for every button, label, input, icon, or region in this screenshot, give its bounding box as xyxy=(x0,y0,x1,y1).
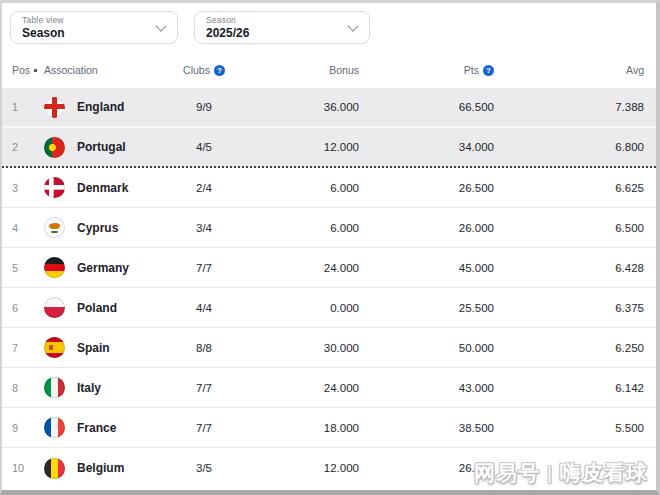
association-name: Denmark xyxy=(77,181,128,195)
header-avg-label: Avg xyxy=(626,64,644,76)
avg-cell: 6.375 xyxy=(494,302,644,314)
clubs-cell: 3/4 xyxy=(174,222,234,234)
england-flag-icon xyxy=(44,97,65,118)
table-row[interactable]: 3 Denmark 2/4 6.000 26.500 6.625 xyxy=(2,168,656,208)
clubs-cell: 4/5 xyxy=(174,141,234,153)
denmark-flag-icon xyxy=(44,177,65,198)
season-dropdown[interactable]: Season 2025/26 xyxy=(194,11,370,44)
bonus-cell: 36.000 xyxy=(234,101,359,113)
association-name: England xyxy=(77,100,124,114)
avg-cell: 6.142 xyxy=(494,382,644,394)
avg-cell: 7.388 xyxy=(494,101,644,113)
header-clubs-label: Clubs xyxy=(183,64,210,76)
pos-cell: 4 xyxy=(12,222,44,234)
season-value: 2025/26 xyxy=(206,26,339,40)
header-clubs[interactable]: Clubs ? xyxy=(174,64,234,76)
header-pts[interactable]: Pts ? xyxy=(359,64,494,76)
bonus-cell: 6.000 xyxy=(234,222,359,234)
table-row[interactable]: 5 Germany 7/7 24.000 45.000 6.428 xyxy=(2,248,656,288)
pts-cell: 38.500 xyxy=(359,422,494,434)
bonus-cell: 24.000 xyxy=(234,262,359,274)
pos-cell: 2 xyxy=(12,141,44,153)
association-cell: Cyprus xyxy=(44,217,174,238)
avg-cell: 6.800 xyxy=(494,141,644,153)
pts-cell: 45.000 xyxy=(359,262,494,274)
association-name: Spain xyxy=(77,341,110,355)
table-row[interactable]: 6 Poland 4/4 0.000 25.500 6.375 xyxy=(2,288,656,328)
table-view-label: Table view xyxy=(22,15,147,26)
pos-cell: 7 xyxy=(12,342,44,354)
association-cell: Spain xyxy=(44,337,174,358)
pts-cell: 26.500 xyxy=(359,182,494,194)
clubs-help-icon[interactable]: ? xyxy=(214,65,225,76)
table-row[interactable]: 8 Italy 7/7 24.000 43.000 6.142 xyxy=(2,368,656,408)
table-row[interactable]: 1 England 9/9 36.000 66.500 7.388 xyxy=(2,88,656,128)
clubs-cell: 3/5 xyxy=(174,462,234,474)
avg-cell: 5.500 xyxy=(494,422,644,434)
header-pts-label: Pts xyxy=(464,64,479,76)
chevron-down-icon xyxy=(155,20,166,31)
pos-cell: 1 xyxy=(12,101,44,113)
association-cell: England xyxy=(44,97,174,118)
pts-cell: 25.500 xyxy=(359,302,494,314)
header-pos[interactable]: Pos xyxy=(12,64,44,76)
association-name: France xyxy=(77,421,116,435)
clubs-cell: 9/9 xyxy=(174,101,234,113)
table-row[interactable]: 7 Spain 8/8 30.000 50.000 6.250 xyxy=(2,328,656,368)
avg-cell: 6.500 xyxy=(494,222,644,234)
pos-cell: 6 xyxy=(12,302,44,314)
bonus-cell: 30.000 xyxy=(234,342,359,354)
clubs-cell: 2/4 xyxy=(174,182,234,194)
pos-cell: 3 xyxy=(12,182,44,194)
sort-indicator-icon xyxy=(34,69,37,72)
season-label: Season xyxy=(206,15,339,26)
poland-flag-icon xyxy=(44,297,65,318)
clubs-cell: 7/7 xyxy=(174,262,234,274)
italy-flag-icon xyxy=(44,377,65,398)
pos-cell: 8 xyxy=(12,382,44,394)
pts-cell: 26.000 xyxy=(359,222,494,234)
table-body: 1 England 9/9 36.000 66.500 7.388 2 Port… xyxy=(2,88,656,488)
header-association[interactable]: Association xyxy=(44,64,174,76)
association-cell: Italy xyxy=(44,377,174,398)
avg-cell: 6.250 xyxy=(494,342,644,354)
pts-cell: 43.000 xyxy=(359,382,494,394)
clubs-cell: 4/4 xyxy=(174,302,234,314)
filter-bar: Table view Season Season 2025/26 xyxy=(2,3,656,44)
table-row[interactable]: 4 Cyprus 3/4 6.000 26.000 6.500 xyxy=(2,208,656,248)
pos-cell: 9 xyxy=(12,422,44,434)
pts-cell: 26.500 xyxy=(359,462,494,474)
france-flag-icon xyxy=(44,417,65,438)
pts-cell: 66.500 xyxy=(359,101,494,113)
association-cell: Belgium xyxy=(44,458,174,479)
header-bonus[interactable]: Bonus xyxy=(234,64,359,76)
portugal-flag-icon xyxy=(44,137,65,158)
avg-cell: 6.428 xyxy=(494,262,644,274)
pts-help-icon[interactable]: ? xyxy=(483,65,494,76)
pos-cell: 5 xyxy=(12,262,44,274)
header-association-label: Association xyxy=(44,64,98,76)
pos-cell: 10 xyxy=(12,462,44,474)
header-avg[interactable]: Avg xyxy=(494,64,644,76)
clubs-cell: 7/7 xyxy=(174,382,234,394)
clubs-cell: 7/7 xyxy=(174,422,234,434)
table-row[interactable]: 2 Portugal 4/5 12.000 34.000 6.800 xyxy=(2,128,656,168)
table-view-dropdown[interactable]: Table view Season xyxy=(10,11,178,44)
bonus-cell: 12.000 xyxy=(234,462,359,474)
rankings-page: Table view Season Season 2025/26 Pos Ass… xyxy=(0,0,660,495)
pts-cell: 50.000 xyxy=(359,342,494,354)
association-name: Germany xyxy=(77,261,129,275)
association-cell: Denmark xyxy=(44,177,174,198)
association-cell: France xyxy=(44,417,174,438)
table-row[interactable]: 9 France 7/7 18.000 38.500 5.500 xyxy=(2,408,656,448)
table-view-value: Season xyxy=(22,26,147,40)
bonus-cell: 12.000 xyxy=(234,141,359,153)
association-cell: Poland xyxy=(44,297,174,318)
association-name: Italy xyxy=(77,381,101,395)
table-row[interactable]: 10 Belgium 3/5 12.000 26.500 xyxy=(2,448,656,488)
spain-flag-icon xyxy=(44,337,65,358)
germany-flag-icon xyxy=(44,257,65,278)
association-cell: Germany xyxy=(44,257,174,278)
clubs-cell: 8/8 xyxy=(174,342,234,354)
bonus-cell: 18.000 xyxy=(234,422,359,434)
